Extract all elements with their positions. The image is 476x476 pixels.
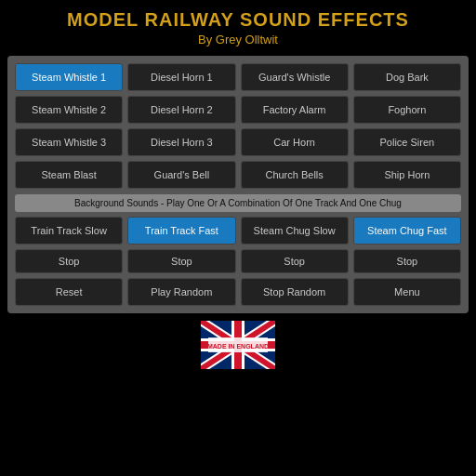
- sound-btn-sw1[interactable]: Steam Whistle 1: [15, 63, 123, 91]
- stop-btn-stop2[interactable]: Stop: [127, 249, 235, 273]
- sound-btn-gb[interactable]: Guard's Bell: [127, 161, 235, 189]
- bottom-btn-reset[interactable]: Reset: [15, 278, 123, 306]
- sound-btn-sh[interactable]: Ship Horn: [353, 161, 461, 189]
- sound-btn-dh2[interactable]: Diesel Horn 2: [127, 96, 235, 124]
- flag-container: MADE IN ENGLAND: [0, 321, 476, 373]
- track-btn-tts[interactable]: Train Track Slow: [15, 217, 123, 245]
- svg-text:MADE IN ENGLAND: MADE IN ENGLAND: [207, 343, 269, 350]
- sound-btn-sw3[interactable]: Steam Whistle 3: [15, 128, 123, 156]
- sound-btn-fh[interactable]: Foghorn: [353, 96, 461, 124]
- sound-grid: Steam Whistle 1Diesel Horn 1Guard's Whis…: [15, 63, 461, 189]
- stop-btn-stop4[interactable]: Stop: [353, 249, 461, 273]
- sound-btn-cb[interactable]: Church Bells: [241, 161, 349, 189]
- stop-btn-stop1[interactable]: Stop: [15, 249, 123, 273]
- sound-btn-fa[interactable]: Factory Alarm: [241, 96, 349, 124]
- bottom-grid: ResetPlay RandomStop RandomMenu: [15, 278, 461, 306]
- track-btn-scs[interactable]: Steam Chug Slow: [241, 217, 349, 245]
- bottom-btn-stop-random[interactable]: Stop Random: [241, 278, 349, 306]
- track-grid: Train Track SlowTrain Track FastSteam Ch…: [15, 217, 461, 245]
- bottom-btn-menu[interactable]: Menu: [353, 278, 461, 306]
- sound-btn-ps[interactable]: Police Siren: [353, 128, 461, 156]
- sound-btn-dh3[interactable]: Diesel Horn 3: [127, 128, 235, 156]
- bottom-btn-play-random[interactable]: Play Random: [127, 278, 235, 306]
- track-btn-scf[interactable]: Steam Chug Fast: [353, 217, 461, 245]
- sound-btn-db[interactable]: Dog Bark: [353, 63, 461, 91]
- page-subtitle: By Grey Olltwit: [0, 33, 476, 46]
- sound-btn-sw2[interactable]: Steam Whistle 2: [15, 96, 123, 124]
- stop-grid: StopStopStopStop: [15, 249, 461, 273]
- sound-btn-sb[interactable]: Steam Blast: [15, 161, 123, 189]
- sound-btn-dh1[interactable]: Diesel Horn 1: [127, 63, 235, 91]
- union-jack-flag: MADE IN ENGLAND: [201, 321, 275, 369]
- track-btn-ttf[interactable]: Train Track Fast: [127, 217, 235, 245]
- header: MODEL RAILWAY SOUND EFFECTS By Grey Ollt…: [0, 0, 476, 50]
- sound-btn-ch[interactable]: Car Horn: [241, 128, 349, 156]
- sound-btn-gw[interactable]: Guard's Whistle: [241, 63, 349, 91]
- bg-label: Background Sounds - Play One Or A Combin…: [15, 194, 461, 212]
- main-panel: Steam Whistle 1Diesel Horn 1Guard's Whis…: [7, 56, 469, 313]
- page-title: MODEL RAILWAY SOUND EFFECTS: [0, 9, 476, 31]
- stop-btn-stop3[interactable]: Stop: [241, 249, 349, 273]
